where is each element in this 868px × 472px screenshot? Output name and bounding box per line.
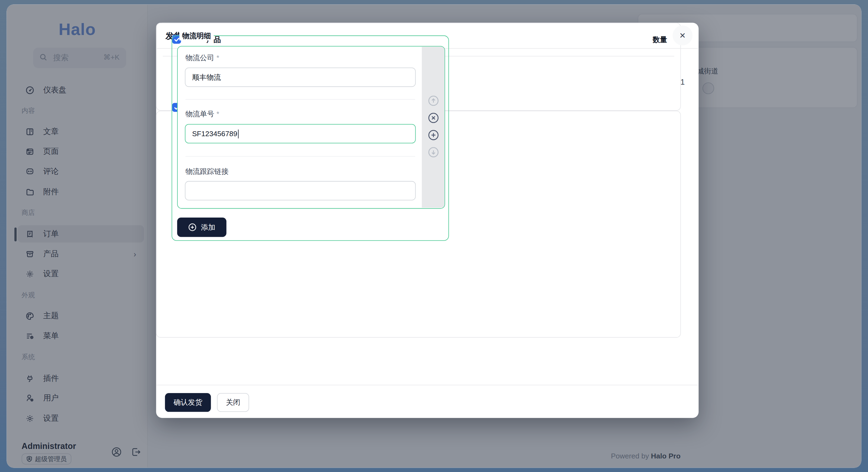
product-qty: 1 (681, 77, 685, 87)
input-value: 顺丰物流 (192, 72, 221, 82)
text-caret (238, 129, 239, 138)
ship-dialog: 发货 ✕ 产品 数量 (156, 23, 699, 418)
add-button[interactable]: 添加 (177, 218, 226, 237)
remove-item-icon[interactable] (428, 112, 439, 123)
logistics-form-card: 物流明细 物流公司* 顺丰物流 物流单号* SF123456789 (156, 111, 681, 338)
repeater-item: 物流公司* 顺丰物流 物流单号* SF123456789 物流跟踪链接 (177, 46, 445, 209)
close-button[interactable]: 关闭 (217, 393, 249, 412)
field-divider (186, 99, 415, 99)
input-value: SF123456789 (192, 130, 237, 138)
dialog-footer: 确认发货 关闭 (156, 385, 699, 418)
confirm-ship-button[interactable]: 确认发货 (165, 393, 211, 412)
add-button-label: 添加 (201, 222, 215, 232)
fieldset-legend: 物流明细 (179, 31, 214, 40)
tracking-link-input[interactable] (185, 181, 416, 200)
field-label: 物流单号* (186, 109, 219, 119)
logistics-company-input[interactable]: 顺丰物流 (185, 67, 416, 87)
logistics-fieldset: 物流明细 物流公司* 顺丰物流 物流单号* SF123456789 (172, 35, 449, 241)
field-label: 物流公司* (186, 53, 219, 63)
desktop: Halo 搜索 ⌘+K 仪表盘 内容 文章 (0, 0, 868, 472)
field-divider (186, 156, 415, 157)
field-label: 物流跟踪链接 (186, 166, 231, 177)
qty-column-header: 数量 (653, 35, 667, 45)
tracking-number-input[interactable]: SF123456789 (185, 124, 416, 143)
move-down-icon[interactable] (428, 147, 439, 158)
add-item-icon[interactable] (428, 130, 439, 141)
move-up-icon[interactable] (428, 95, 439, 106)
plus-circle-icon (188, 223, 197, 231)
repeater-control-strip (422, 46, 444, 208)
